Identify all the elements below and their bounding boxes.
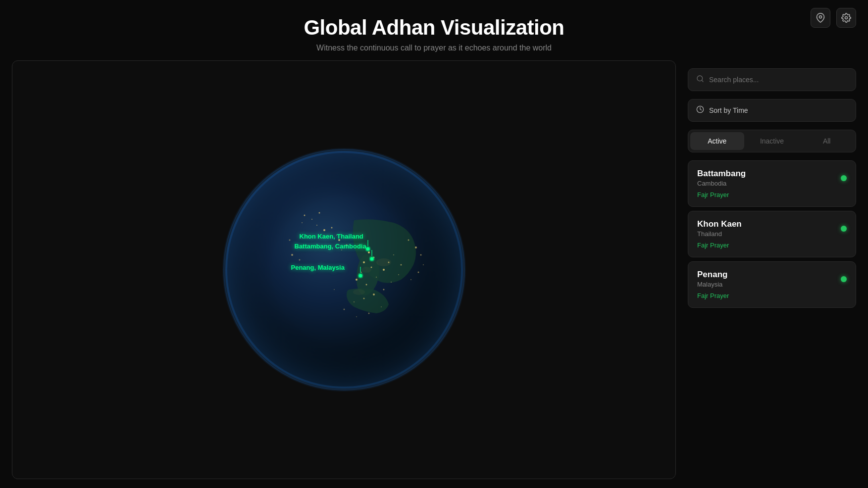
svg-point-0: [819, 16, 822, 18]
card-info-battambang: Battambang Cambodia: [697, 169, 746, 187]
battambang-country: Cambodia: [697, 180, 746, 187]
globe-panel[interactable]: Khon Kaen, Thailand Battambang, Cambodia…: [12, 60, 676, 479]
globe-svg: [215, 141, 473, 398]
svg-line-66: [702, 80, 703, 82]
page-subtitle: Witness the continuous call to prayer as…: [0, 44, 868, 52]
location-card-penang[interactable]: Penang Malaysia Fajr Prayer: [688, 261, 856, 308]
penang-status-dot: [841, 276, 847, 282]
location-card-battambang[interactable]: Battambang Cambodia Fajr Prayer: [688, 160, 856, 207]
sort-label: Sort by Time: [709, 106, 748, 114]
tab-active[interactable]: Active: [690, 132, 744, 150]
sidebar: Sort by Time Active Inactive All Battamb…: [688, 60, 856, 479]
location-card-khonkaen[interactable]: Khon Kaen Thailand Fajr Prayer: [688, 211, 856, 257]
battambang-status-dot: [841, 175, 847, 181]
globe-container: Khon Kaen, Thailand Battambang, Cambodia…: [215, 141, 473, 398]
card-header-khonkaen: Khon Kaen Thailand: [697, 219, 847, 238]
search-icon: [696, 75, 704, 85]
khonkaen-country: Thailand: [697, 230, 742, 238]
battambang-city: Battambang: [697, 169, 746, 179]
filter-tabs: Active Inactive All: [688, 130, 856, 152]
penang-prayer: Fajr Prayer: [697, 292, 847, 299]
location-cards: Battambang Cambodia Fajr Prayer Khon Kae…: [688, 160, 856, 308]
top-icons: [811, 8, 856, 28]
penang-city: Penang: [697, 270, 727, 280]
khonkaen-city: Khon Kaen: [697, 219, 742, 229]
tab-all[interactable]: All: [800, 132, 854, 150]
tab-inactive[interactable]: Inactive: [745, 132, 799, 150]
penang-country: Malaysia: [697, 281, 727, 288]
pin-icon-button[interactable]: [811, 8, 830, 28]
khonkaen-status-dot: [841, 226, 847, 232]
khonkaen-prayer: Fajr Prayer: [697, 242, 847, 249]
card-info-penang: Penang Malaysia: [697, 270, 727, 288]
page-header: Global Adhan Visualization Witness the c…: [0, 0, 868, 60]
card-header-battambang: Battambang Cambodia: [697, 169, 847, 187]
svg-point-1: [845, 17, 848, 19]
settings-icon-button[interactable]: [836, 8, 856, 28]
main-layout: Khon Kaen, Thailand Battambang, Cambodia…: [0, 60, 868, 479]
battambang-prayer: Fajr Prayer: [697, 191, 847, 198]
page-title: Global Adhan Visualization: [0, 16, 868, 40]
search-box[interactable]: [688, 68, 856, 91]
sort-by-time-button[interactable]: Sort by Time: [688, 99, 856, 122]
clock-icon: [696, 105, 704, 115]
card-header-penang: Penang Malaysia: [697, 270, 847, 288]
card-info-khonkaen: Khon Kaen Thailand: [697, 219, 742, 238]
search-input[interactable]: [709, 76, 848, 84]
